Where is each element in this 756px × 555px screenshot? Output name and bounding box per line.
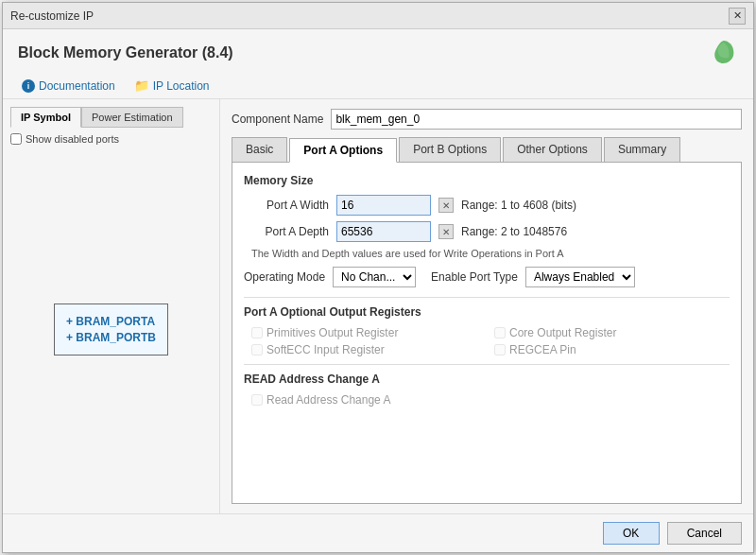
operating-mode-row: Operating Mode No Chan... Enable Port Ty… [244, 267, 730, 287]
tab-port-b-options[interactable]: Port B Options [399, 137, 501, 162]
show-disabled-label: Show disabled ports [26, 133, 119, 145]
show-disabled-checkbox[interactable] [10, 133, 22, 145]
primitives-checkbox[interactable] [251, 327, 263, 338]
port-a-depth-label: Port A Depth [244, 225, 329, 238]
tab-ip-symbol[interactable]: IP Symbol [10, 107, 81, 128]
operating-mode-label: Operating Mode [244, 270, 325, 284]
softecc-label: SoftECC Input Register [266, 343, 385, 356]
bram-portb-label: + BRAM_PORTB [66, 331, 156, 344]
regcea-checkbox-row: REGCEA Pin [494, 343, 730, 356]
port-a-width-input[interactable] [336, 195, 431, 216]
core-label: Core Output Register [509, 326, 616, 339]
tab-power-estimation[interactable]: Power Estimation [81, 107, 183, 128]
core-checkbox-row: Core Output Register [494, 326, 730, 339]
right-panel: Component Name Basic Port A Options Port… [220, 99, 753, 513]
component-name-input[interactable] [331, 109, 742, 130]
core-checkbox[interactable] [494, 327, 506, 338]
read-address-title: READ Address Change A [244, 373, 730, 386]
dialog: Re-customize IP ✕ Block Memory Generator… [2, 2, 754, 553]
regcea-checkbox[interactable] [494, 344, 506, 356]
primitives-checkbox-row: Primitives Output Register [251, 326, 487, 339]
port-a-width-range: Range: 1 to 4608 (bits) [461, 199, 576, 212]
tab-content: Memory Size Port A Width ✕ Range: 1 to 4… [232, 163, 742, 504]
symbol-area: + BRAM_PORTA + BRAM_PORTB [10, 152, 212, 506]
main-content: IP Symbol Power Estimation Show disabled… [3, 99, 753, 513]
read-address-row: Read Address Change A [244, 393, 730, 407]
ip-location-button[interactable]: 📁 IP Location [130, 77, 214, 95]
port-a-width-label: Port A Width [244, 199, 329, 212]
vivado-icon [710, 39, 738, 67]
port-a-width-clear[interactable]: ✕ [438, 198, 454, 213]
tab-port-a-options[interactable]: Port A Options [289, 138, 397, 163]
documentation-label: Documentation [39, 79, 115, 93]
component-name-row: Component Name [232, 109, 742, 130]
port-a-depth-input[interactable] [336, 221, 431, 242]
tab-basic[interactable]: Basic [232, 137, 287, 162]
bottom-bar: OK Cancel [3, 513, 753, 552]
optional-output-checkboxes: Primitives Output Register Core Output R… [244, 326, 730, 356]
toolbar: i Documentation 📁 IP Location [3, 73, 753, 99]
folder-icon: 📁 [134, 78, 149, 93]
divider-2 [244, 364, 730, 365]
divider-1 [244, 297, 730, 298]
documentation-button[interactable]: i Documentation [18, 78, 119, 95]
primitives-label: Primitives Output Register [266, 326, 398, 339]
port-a-depth-range: Range: 2 to 1048576 [461, 225, 567, 238]
header-title: Block Memory Generator (8.4) [18, 44, 233, 61]
top-tabs: Basic Port A Options Port B Options Othe… [232, 137, 742, 163]
info-text: The Width and Depth values are used for … [251, 248, 730, 259]
tab-summary[interactable]: Summary [604, 137, 680, 162]
port-a-depth-row: Port A Depth ✕ Range: 2 to 1048576 [244, 221, 730, 242]
enable-port-type-label: Enable Port Type [431, 270, 518, 284]
ip-location-label: IP Location [153, 79, 210, 93]
port-a-depth-clear[interactable]: ✕ [438, 224, 454, 239]
close-button[interactable]: ✕ [729, 8, 746, 25]
softecc-checkbox[interactable] [251, 344, 263, 356]
component-name-label: Component Name [232, 113, 323, 126]
regcea-label: REGCEA Pin [509, 343, 576, 356]
memory-size-title: Memory Size [244, 174, 730, 187]
bram-portb: + BRAM_PORTB [66, 331, 156, 344]
show-disabled-row: Show disabled ports [10, 133, 212, 145]
info-icon: i [22, 79, 35, 93]
title-bar: Re-customize IP ✕ [3, 3, 753, 29]
bram-porta: + BRAM_PORTA [66, 315, 156, 328]
port-a-width-row: Port A Width ✕ Range: 1 to 4608 (bits) [244, 195, 730, 216]
left-panel: IP Symbol Power Estimation Show disabled… [3, 99, 220, 513]
bram-porta-label: + BRAM_PORTA [66, 315, 155, 328]
softecc-checkbox-row: SoftECC Input Register [251, 343, 487, 356]
dialog-title: Re-customize IP [10, 9, 94, 23]
operating-mode-select[interactable]: No Chan... [333, 267, 416, 287]
left-tabs: IP Symbol Power Estimation [10, 107, 212, 128]
enable-port-type-select[interactable]: Always Enabled [525, 267, 635, 287]
bram-symbol: + BRAM_PORTA + BRAM_PORTB [54, 304, 168, 356]
read-address-label: Read Address Change A [266, 393, 390, 407]
read-address-checkbox[interactable] [251, 394, 263, 406]
header: Block Memory Generator (8.4) [3, 29, 753, 73]
cancel-button[interactable]: Cancel [667, 522, 742, 545]
tab-other-options[interactable]: Other Options [503, 137, 602, 162]
ok-button[interactable]: OK [603, 522, 660, 545]
optional-output-title: Port A Optional Output Registers [244, 305, 730, 319]
